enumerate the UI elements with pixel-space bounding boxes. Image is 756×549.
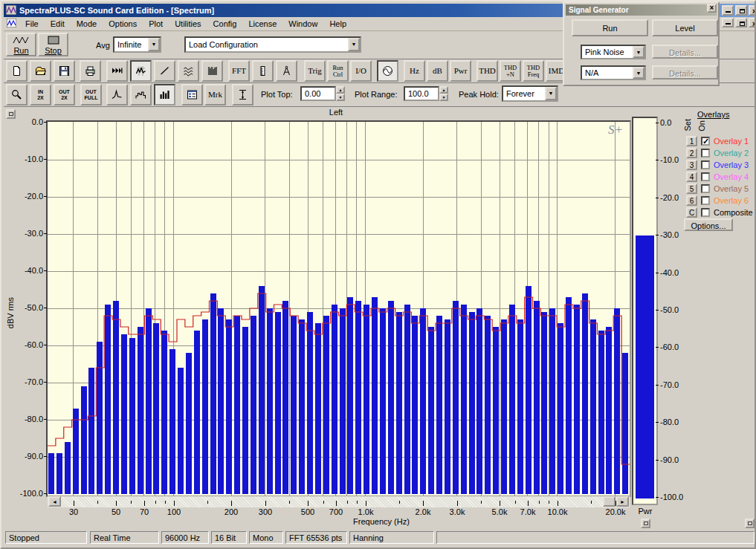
io-device-button[interactable]: I/O	[350, 60, 372, 82]
minimize-button[interactable]	[722, 5, 734, 16]
bar-spectrum-button[interactable]	[154, 84, 175, 105]
overlay-label-1: Overlay 1	[714, 137, 749, 146]
pwr-units-button[interactable]: Pwr	[450, 60, 471, 82]
overlay-set-button-1[interactable]: 1	[686, 136, 697, 146]
panel-collapse-button[interactable]	[745, 519, 755, 528]
menu-window[interactable]: Window	[282, 18, 323, 30]
zoom-button[interactable]	[6, 84, 28, 105]
menu-file[interactable]: File	[19, 18, 45, 30]
close-button[interactable]: ×	[749, 5, 756, 16]
plot-range-increment-arrow-icon[interactable]: ▲	[439, 86, 448, 94]
thd-freq-button[interactable]: THDFreq	[523, 60, 544, 82]
details-button-1[interactable]: Details...	[652, 45, 718, 59]
child-restore-button[interactable]	[735, 18, 747, 27]
plot-top-increment-arrow-icon[interactable]: ▲	[336, 86, 345, 94]
overlay-set-button-4[interactable]: 4	[686, 172, 697, 182]
configuration-dropdown-arrow-icon[interactable]: ▼	[348, 38, 360, 51]
overlay-checkbox-6[interactable]	[701, 196, 710, 205]
child-window-icon[interactable]	[7, 19, 16, 29]
waveform-select[interactable]: Pink Noise ▼	[581, 45, 646, 59]
overlay-checkbox-4[interactable]	[701, 172, 710, 181]
child-minimize-button[interactable]	[722, 18, 734, 27]
meter-collapse-button[interactable]	[641, 519, 650, 528]
overlay-set-button-5[interactable]: 5	[686, 183, 697, 194]
display-options-button[interactable]	[181, 84, 203, 105]
output-full-button[interactable]: OUTFULL	[80, 84, 102, 105]
db-units-button[interactable]: dB	[427, 60, 448, 82]
peak-hold-select[interactable]: Forever ▼	[502, 85, 558, 102]
save-button[interactable]	[54, 60, 75, 82]
run-control-button[interactable]: RunCtrl	[327, 60, 349, 82]
new-file-button[interactable]	[6, 60, 28, 82]
menu-edit[interactable]: Edit	[45, 18, 71, 30]
stop-button[interactable]: Stop	[38, 33, 68, 56]
run-button[interactable]: Run	[6, 33, 36, 56]
overlay-options-button[interactable]: Options...	[684, 218, 733, 231]
marker-button[interactable]: Mrk	[204, 84, 226, 105]
overlay-checkbox-5[interactable]	[701, 184, 710, 193]
calibration-button[interactable]	[252, 60, 274, 82]
hz-units-button[interactable]: Hz	[404, 60, 425, 82]
peak-spectrum-button[interactable]	[106, 84, 128, 105]
spectrum-plot[interactable]	[46, 120, 631, 497]
peak-hold-dropdown-arrow-icon[interactable]: ▼	[545, 87, 557, 100]
generator-run-button[interactable]: Run	[572, 19, 648, 36]
scroll-left-arrow-icon[interactable]: ◄	[48, 496, 61, 507]
plot-top-input[interactable]: 0.00	[300, 86, 336, 101]
menu-plot[interactable]: Plot	[143, 18, 169, 30]
plot-range-decrement-arrow-icon[interactable]: ▼	[439, 94, 448, 101]
menu-license[interactable]: License	[242, 18, 282, 30]
waveform2-select[interactable]: N/A ▼	[581, 65, 646, 80]
overlay-set-button-3[interactable]: 3	[686, 160, 697, 170]
input-2x-button[interactable]: IN2X	[30, 84, 51, 105]
plot-range-input[interactable]: 100.0	[404, 86, 439, 101]
overlay-label-2: Overlay 2	[714, 149, 749, 157]
scroll-right-arrow-icon[interactable]: ►	[616, 496, 629, 507]
waveform-dropdown-arrow-icon[interactable]: ▼	[633, 46, 644, 58]
overlay-checkbox-2[interactable]	[701, 149, 710, 157]
open-file-button[interactable]	[30, 60, 51, 82]
time-series-view-button[interactable]	[106, 60, 128, 82]
phase-view-button[interactable]	[154, 60, 175, 82]
overlay-set-button-6[interactable]: 6	[686, 195, 697, 206]
trigger-button[interactable]: Trig	[304, 60, 326, 82]
step-spectrum-button[interactable]	[130, 84, 152, 105]
menu-utilities[interactable]: Utilities	[169, 18, 207, 30]
output-2x-button[interactable]: OUT2X	[54, 84, 75, 105]
restore-button[interactable]	[735, 5, 747, 16]
signal-generator-titlebar[interactable]: Signal Generator	[566, 4, 717, 16]
child-close-button[interactable]: ×	[749, 18, 756, 27]
spectrogram-view-button[interactable]	[201, 60, 223, 82]
spectrum-view-button[interactable]	[130, 60, 152, 82]
menu-config[interactable]: Config	[207, 18, 243, 30]
y-tick-mark	[44, 196, 47, 197]
avg-dropdown-arrow-icon[interactable]: ▼	[148, 38, 160, 51]
overlay-checkbox-1[interactable]: ✓	[701, 137, 710, 146]
waterfall-view-button[interactable]	[178, 60, 199, 82]
fft-settings-button[interactable]: FFT	[228, 60, 250, 82]
print-button[interactable]	[80, 60, 101, 82]
autoscale-button[interactable]	[232, 84, 253, 105]
generator-level-button[interactable]: Level	[652, 19, 718, 36]
thd-button[interactable]: THD	[476, 60, 498, 82]
menu-mode[interactable]: Mode	[71, 18, 103, 30]
thd-n-button[interactable]: THD+N	[500, 60, 521, 82]
signal-generator-close-icon[interactable]: ×	[707, 4, 717, 13]
overlay-set-button-C[interactable]: C	[686, 207, 697, 218]
configuration-select[interactable]: Load Configuration ▼	[184, 36, 361, 53]
avg-select[interactable]: Infinite ▼	[113, 36, 161, 53]
plot-top-decrement-arrow-icon[interactable]: ▼	[336, 94, 345, 101]
overlay-checkbox-C[interactable]	[701, 208, 710, 217]
overlay-checkbox-3[interactable]	[701, 160, 710, 169]
menu-options[interactable]: Options	[103, 18, 143, 30]
overlay-set-button-2[interactable]: 2	[686, 148, 697, 158]
plot-scrollbar[interactable]	[48, 496, 630, 507]
signal-generator-button[interactable]	[377, 60, 398, 82]
menu-help[interactable]: Help	[323, 18, 352, 30]
waveform2-dropdown-arrow-icon[interactable]: ▼	[633, 67, 644, 79]
power-meter[interactable]	[632, 117, 658, 505]
scroll-thumb[interactable]	[603, 496, 616, 507]
generator-level-label: Level	[675, 24, 694, 33]
details-button-2[interactable]: Details...	[652, 65, 718, 79]
processing-settings-button[interactable]	[276, 60, 297, 82]
